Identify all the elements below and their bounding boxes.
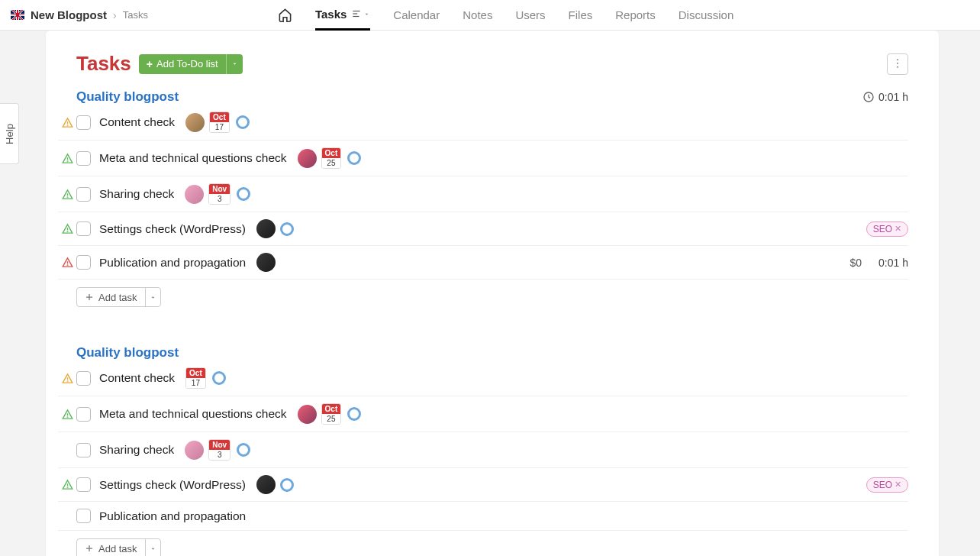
avatar[interactable]: [185, 113, 205, 132]
due-date-badge[interactable]: Nov3: [208, 183, 230, 205]
plus-icon: [147, 58, 153, 70]
progress-ring-icon[interactable]: [280, 222, 294, 236]
task-row[interactable]: Meta and technical questions check Oct25: [58, 141, 908, 176]
task-row[interactable]: Sharing check Nov3: [58, 176, 908, 212]
task-row[interactable]: Settings check (WordPress) SEO✕: [58, 468, 908, 502]
task-checkbox[interactable]: [76, 221, 91, 236]
avatar[interactable]: [256, 253, 276, 272]
svg-point-5: [67, 124, 68, 125]
close-icon[interactable]: ✕: [895, 224, 901, 234]
task-cost: $0: [849, 257, 862, 269]
avatar[interactable]: [185, 185, 204, 204]
avatar[interactable]: [256, 475, 276, 494]
tag-badge[interactable]: SEO✕: [866, 477, 908, 493]
dots-vertical-icon: ⋯: [891, 58, 904, 70]
due-date-badge[interactable]: Oct25: [321, 147, 342, 169]
task-checkbox[interactable]: [76, 151, 91, 166]
task-checkbox[interactable]: [76, 371, 91, 386]
tag-badge[interactable]: SEO✕: [866, 221, 908, 237]
due-date-badge[interactable]: Oct17: [209, 112, 230, 133]
progress-ring-icon[interactable]: [347, 151, 361, 165]
progress-ring-icon[interactable]: [237, 187, 250, 201]
tab-discussion[interactable]: Discussion: [679, 0, 734, 31]
task-title[interactable]: Settings check (WordPress): [99, 222, 246, 236]
svg-point-7: [67, 160, 68, 161]
list-view-icon[interactable]: [351, 8, 370, 19]
avatar[interactable]: [298, 405, 317, 424]
list-title[interactable]: Quality blogpost: [76, 89, 179, 105]
flag-icon: [11, 10, 24, 20]
svg-point-21: [67, 487, 68, 488]
progress-ring-icon[interactable]: [236, 115, 250, 129]
home-icon[interactable]: [278, 8, 292, 22]
list-header: Quality blogpost: [76, 345, 908, 360]
task-title[interactable]: Content check: [99, 371, 175, 385]
progress-ring-icon[interactable]: [347, 407, 361, 421]
add-task-button[interactable]: Add task: [76, 287, 161, 307]
task-title[interactable]: Sharing check: [99, 443, 174, 457]
task-title[interactable]: Settings check (WordPress): [99, 478, 246, 492]
svg-point-11: [67, 231, 68, 232]
task-checkbox[interactable]: [76, 477, 91, 492]
task-checkbox[interactable]: [76, 443, 91, 457]
task-row[interactable]: Content check Oct17: [58, 360, 908, 396]
task-row[interactable]: Content check Oct17: [58, 105, 908, 141]
due-date-badge[interactable]: Oct25: [321, 403, 342, 425]
task-checkbox[interactable]: [76, 509, 91, 523]
task-title[interactable]: Sharing check: [99, 187, 174, 201]
task-row[interactable]: Meta and technical questions check Oct25: [58, 396, 908, 432]
chevron-down-icon: [363, 11, 370, 18]
progress-ring-icon[interactable]: [237, 443, 250, 457]
clock-icon: [862, 91, 875, 103]
task-checkbox[interactable]: [76, 187, 91, 202]
progress-ring-icon[interactable]: [280, 478, 294, 492]
todo-list: Quality blogpost Content check Oct17 Met…: [76, 345, 908, 556]
avatar[interactable]: [298, 149, 317, 168]
progress-ring-icon[interactable]: [212, 371, 226, 385]
svg-point-13: [67, 265, 68, 266]
add-list-dropdown[interactable]: [226, 54, 243, 74]
close-icon[interactable]: ✕: [895, 480, 901, 490]
add-task-dropdown[interactable]: [145, 287, 160, 307]
due-date-badge[interactable]: Nov3: [208, 439, 230, 461]
add-todo-list-button[interactable]: Add To-Do list: [139, 54, 243, 74]
help-tab[interactable]: Help: [0, 103, 19, 164]
list-title[interactable]: Quality blogpost: [76, 345, 179, 360]
add-task-button[interactable]: Add task: [76, 538, 161, 556]
chevron-right-icon: ›: [113, 9, 117, 21]
tab-notes[interactable]: Notes: [463, 0, 492, 31]
task-checkbox[interactable]: [76, 115, 91, 130]
plus-icon: [85, 293, 94, 302]
task-title[interactable]: Publication and propagation: [99, 256, 246, 270]
task-checkbox[interactable]: [76, 407, 91, 422]
tab-reports[interactable]: Reports: [615, 0, 656, 31]
breadcrumb-project[interactable]: New Blogpost: [31, 8, 107, 21]
tab-users[interactable]: Users: [515, 0, 545, 31]
due-date-badge[interactable]: Oct17: [185, 367, 206, 389]
todo-list: Quality blogpost 0:01 h Content check Oc…: [76, 89, 908, 307]
task-title[interactable]: Publication and propagation: [99, 509, 246, 523]
page-menu-button[interactable]: ⋯: [887, 53, 908, 75]
add-task-dropdown[interactable]: [145, 538, 160, 556]
priority-icon: [58, 373, 76, 384]
page-container: Tasks Add To-Do list ⋯ Quality blogpost …: [46, 31, 939, 556]
topbar: New Blogpost › Tasks Tasks Calendar Note…: [0, 0, 980, 31]
tab-files[interactable]: Files: [569, 0, 593, 31]
avatar[interactable]: [185, 441, 204, 460]
priority-icon: [58, 479, 76, 490]
task-title[interactable]: Content check: [99, 115, 175, 129]
task-checkbox[interactable]: [76, 255, 91, 270]
tab-calendar[interactable]: Calendar: [393, 0, 440, 31]
avatar[interactable]: [256, 219, 276, 238]
task-row[interactable]: Publication and propagation $0 0:01 h: [58, 246, 908, 280]
caret-down-icon: [150, 294, 156, 301]
priority-icon: [58, 189, 76, 200]
task-row[interactable]: Publication and propagation: [58, 502, 908, 531]
page-title: Tasks: [76, 52, 131, 76]
priority-icon: [58, 257, 76, 268]
task-row[interactable]: Sharing check Nov3: [58, 432, 908, 468]
task-title[interactable]: Meta and technical questions check: [99, 407, 287, 421]
task-row[interactable]: Settings check (WordPress) SEO✕: [58, 212, 908, 246]
task-title[interactable]: Meta and technical questions check: [99, 151, 287, 165]
tab-tasks[interactable]: Tasks: [315, 0, 370, 31]
